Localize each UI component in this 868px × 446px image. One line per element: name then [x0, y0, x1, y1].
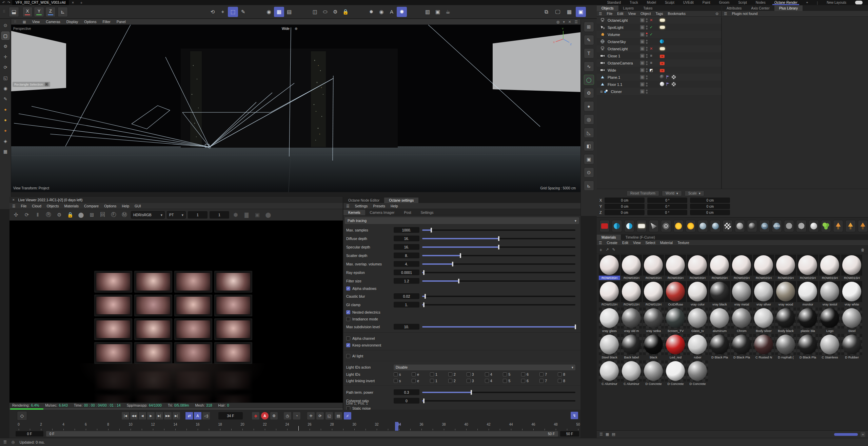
checkbox-unchecked[interactable] — [539, 379, 544, 383]
object-row-floor-1-1[interactable]: Floor 1.1▨ — [597, 81, 721, 88]
layout-tab-standard[interactable]: Standard — [607, 0, 621, 5]
setting-slider[interactable] — [422, 246, 575, 248]
keyframe-options-button[interactable]: ⚙ — [270, 412, 278, 420]
region-render-icon[interactable]: Ⓡ — [44, 210, 53, 219]
slider-handle[interactable] — [431, 228, 432, 233]
setting-slider[interactable] — [422, 304, 575, 305]
pen-icon[interactable]: ✎ — [584, 35, 594, 45]
sound-toggle-button[interactable]: ◁) — [202, 412, 210, 420]
layout-grid-icon[interactable]: ▦ — [564, 7, 574, 17]
objects-menu-bookmarks[interactable]: Bookmarks — [668, 12, 686, 16]
layout-icon[interactable]: ⊞ — [584, 22, 594, 32]
render-view[interactable] — [9, 221, 343, 403]
checkbox-unchecked[interactable] — [430, 372, 434, 376]
material-item[interactable]: vray color — [687, 281, 709, 306]
octane-menu-icon[interactable]: ☰ — [346, 204, 349, 208]
objects-menu-icon[interactable]: ☰ — [599, 12, 602, 16]
object-row-volume[interactable]: Volume▨✓ — [597, 31, 721, 38]
objects-search-icon[interactable]: ⊙ — [715, 12, 718, 16]
axis-mode-icon[interactable]: A — [387, 7, 397, 17]
material-item[interactable]: vray setka — [643, 308, 665, 333]
setting-value-field[interactable]: 16. — [394, 244, 419, 250]
setting-value-field[interactable]: 10. — [394, 324, 419, 330]
samples-field[interactable]: 1 — [188, 211, 208, 219]
layout-tab-uvedit[interactable]: UVEdit — [683, 0, 694, 5]
material-item[interactable]: Body black — [775, 308, 797, 333]
record-rotation-lock-icon[interactable]: ◔ — [293, 412, 301, 420]
material-item[interactable]: C Rusted N — [753, 334, 775, 359]
material-item[interactable]: D Asphalt ( — [775, 334, 797, 359]
object-row-plane-1[interactable]: Plane.1▨ — [597, 74, 721, 81]
visibility-dots[interactable] — [646, 47, 648, 51]
visibility-dots[interactable] — [646, 82, 648, 87]
attributes-tab-plus-library[interactable]: Plus Library — [774, 5, 803, 11]
edit-toggle-icon[interactable]: ▨ — [640, 54, 645, 58]
pick-material-icon[interactable]: ✎ — [612, 247, 615, 252]
objects-menu-edit[interactable]: Edit — [617, 12, 623, 16]
fcurve-editor-button[interactable]: ↯ — [570, 411, 578, 420]
lv-menu-compare[interactable]: Compare — [84, 204, 99, 208]
octane-viewport-icon[interactable]: ▣ — [576, 7, 586, 17]
checkbox-unchecked[interactable] — [412, 372, 416, 376]
setting-slider[interactable] — [422, 255, 575, 256]
material-item[interactable]: ROW03SH — [621, 255, 643, 280]
checkbox-unchecked[interactable] — [521, 372, 525, 376]
enabled-icon[interactable]: ✓ — [649, 32, 653, 37]
octane-subtab-settings[interactable]: Settings — [416, 210, 438, 215]
gear-icon[interactable]: ⚙ — [584, 88, 594, 98]
setting-slider[interactable] — [422, 238, 575, 239]
layout-tab-paint[interactable]: Paint — [703, 0, 710, 5]
plane-primitive-icon[interactable]: ◺ — [584, 128, 594, 138]
settings-gear-icon[interactable]: ⚙ — [55, 210, 64, 219]
slider-handle[interactable] — [498, 245, 499, 249]
key-rotation-button[interactable]: ⟳ — [316, 412, 324, 420]
material-item[interactable]: ROW01SH — [841, 255, 863, 280]
record-position-lock-icon[interactable]: ◷ — [283, 412, 292, 420]
uv-tool-icon[interactable]: ▦ — [1, 147, 9, 155]
create-vegetation-2[interactable] — [845, 220, 855, 232]
object-row-octanelight[interactable]: OctaneLight▨✕ — [597, 45, 721, 52]
material-item[interactable]: D Concrete — [665, 360, 687, 386]
slider-handle[interactable] — [460, 253, 461, 258]
material-item[interactable]: vray metal — [731, 281, 753, 306]
material-item[interactable]: C Stainless — [819, 334, 841, 359]
layouts-toggle[interactable] — [855, 1, 863, 4]
camera-link-icon[interactable]: ⌗ — [649, 61, 653, 65]
material-item[interactable]: vray black — [709, 281, 731, 306]
layout-tab-script[interactable]: Script — [738, 0, 747, 5]
x-scale-field[interactable]: 0 cm — [690, 198, 730, 203]
setting-slider[interactable] — [422, 296, 575, 297]
checkbox-unchecked[interactable] — [485, 379, 489, 383]
material-item[interactable]: Chrom — [731, 308, 753, 333]
close-document-icon[interactable]: ✕ — [72, 1, 74, 4]
octane-menu-presets[interactable]: Presets — [373, 204, 385, 208]
light-tag[interactable] — [660, 47, 665, 51]
checkbox-unchecked[interactable] — [346, 336, 350, 340]
edit-toggle-icon[interactable]: ▨ — [640, 32, 645, 37]
layout-tab-nodes[interactable]: Nodes — [756, 0, 766, 5]
materials-menu-material[interactable]: Material — [660, 241, 673, 245]
close-live-viewer-icon[interactable]: ✕ — [12, 198, 15, 202]
pick-material-balloon-icon[interactable]: ⬤ — [77, 210, 85, 219]
layout-tab-track[interactable]: Track — [630, 0, 638, 5]
visibility-dots[interactable] — [646, 90, 648, 94]
keying-selection-button[interactable]: ⌿ — [343, 412, 352, 420]
checkbox-checked[interactable]: ✓ — [346, 343, 350, 347]
grid-view-icon[interactable]: ▦ — [606, 432, 609, 436]
material-item[interactable]: D Black Pla — [731, 334, 753, 359]
expand-icon[interactable]: ⊞ — [600, 90, 603, 93]
rotate-tool-icon[interactable]: ⟳ — [1, 63, 9, 71]
layout-tab-octane-render[interactable]: Octane Render — [774, 0, 797, 5]
key-parameter-button[interactable]: ▤ — [334, 412, 342, 420]
camera-label[interactable]: Wide — [282, 27, 290, 31]
material-item[interactable]: Led_red — [665, 334, 687, 359]
disabled-icon[interactable]: ✕ — [649, 18, 653, 22]
attributes-tab-axis-center[interactable]: Axis Center — [746, 5, 774, 11]
material-item[interactable]: Glass_tv — [687, 308, 709, 333]
slider-handle[interactable] — [575, 324, 576, 329]
x-rotation-field[interactable]: 0 ° — [647, 198, 687, 203]
view-label[interactable]: Perspective — [13, 27, 31, 31]
material-item[interactable]: D Black Pla — [797, 334, 819, 359]
axis-icon[interactable]: ⊾ — [584, 181, 594, 191]
magnify-icon[interactable]: ⊙ — [584, 167, 594, 178]
